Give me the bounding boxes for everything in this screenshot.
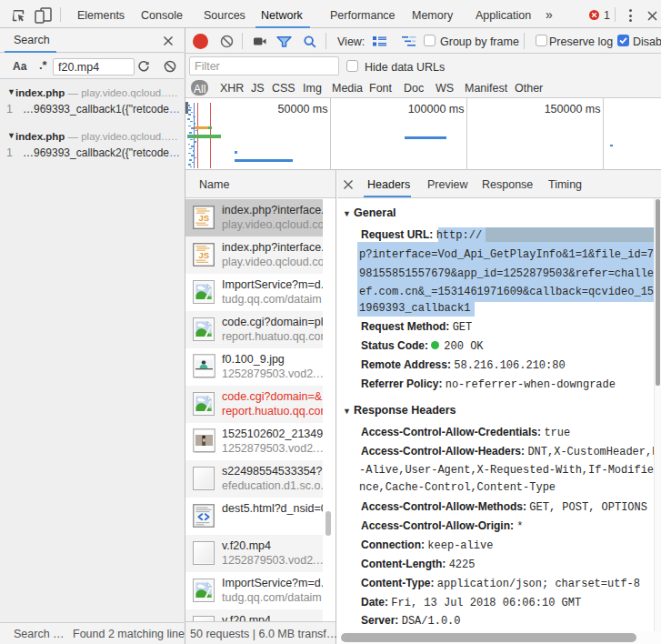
svg-text:JS: JS xyxy=(198,213,209,223)
svg-text:JS: JS xyxy=(198,250,209,260)
